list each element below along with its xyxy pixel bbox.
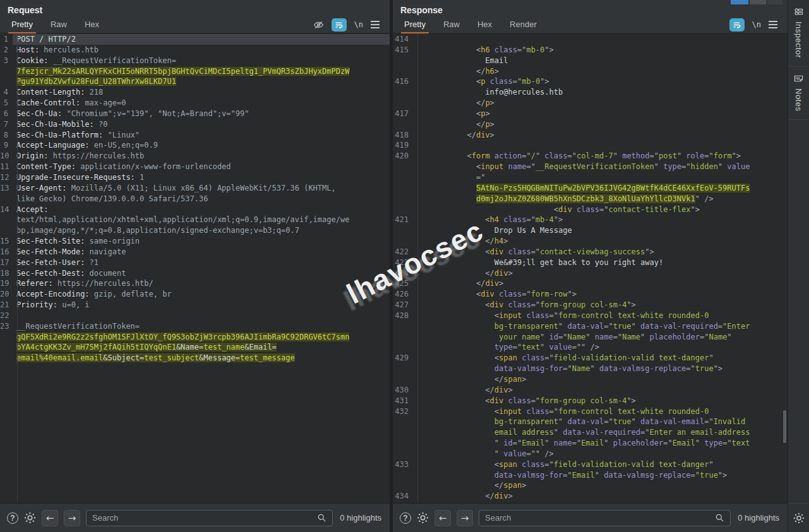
- code-text: </div>: [413, 130, 788, 141]
- line-number: 430: [393, 385, 413, 396]
- line-number: 424: [393, 268, 413, 279]
- code-text: bp,image/apng,*/*;q=0.8,application/sign…: [13, 225, 390, 236]
- line-number: 433: [393, 459, 413, 470]
- code-row: 5Cache-Control: max-age=0: [0, 98, 390, 109]
- search-icon: [317, 513, 327, 523]
- line-number: [0, 342, 13, 353]
- code-text: </div>: [413, 491, 788, 502]
- code-row: bYA4ctgKK3Zv_mH7SMj2fAQih5tIQYqQnE1&Name…: [0, 342, 390, 353]
- settings-gear-icon[interactable]: [793, 512, 805, 524]
- line-number: 23: [0, 321, 13, 332]
- line-number: 418: [393, 130, 413, 141]
- request-search-input[interactable]: [92, 513, 313, 523]
- code-row: 429 <span class="field-validation-valid …: [393, 353, 788, 364]
- code-row: 434 </div>: [393, 491, 788, 502]
- code-row: 11Content-Type: application/x-www-form-u…: [0, 162, 390, 172]
- line-number: [393, 87, 413, 98]
- code-row: bg-transparent" data-val="true" data-val…: [393, 417, 788, 427]
- editor-menu-icon[interactable]: [371, 21, 380, 28]
- request-tab-hex[interactable]: Hex: [76, 16, 108, 33]
- code-row: 10Origin: https://hercules.htb: [0, 151, 390, 162]
- code-text: like Gecko) Chrome/139.0.0.0 Safari/537.…: [13, 194, 390, 204]
- right-sidebar: Inspector Notes: [788, 0, 809, 532]
- show-newlines-icon[interactable]: \n: [752, 20, 761, 29]
- code-row: <input name="__RequestVerificationToken"…: [393, 162, 788, 172]
- request-tab-raw[interactable]: Raw: [42, 16, 76, 33]
- line-number: [0, 76, 13, 87]
- response-panel: Response Pretty Raw Hex Render \n: [393, 0, 788, 532]
- code-row: " id="Email" name="Email" placeholder="E…: [393, 438, 788, 449]
- response-scrollbar-thumb[interactable]: [783, 410, 786, 443]
- code-text: gQF5XdRi2e9RG2z2sfghOM1SFJlXtOY_fQ9S3obZ…: [13, 332, 390, 343]
- line-number: [393, 321, 413, 332]
- code-row: Email: [393, 56, 788, 66]
- code-row: 415 <h6 class="mb-0">: [393, 45, 788, 56]
- code-text: <div class="contact-title-flex">: [413, 204, 788, 215]
- code-row: bg-transparent" data-val="true" data-val…: [393, 321, 788, 332]
- sidebar-tab-notes[interactable]: Notes: [788, 67, 809, 119]
- line-number: 434: [393, 491, 413, 502]
- code-row: 16Sec-Fetch-Mode: navigate: [0, 247, 390, 257]
- line-number: 19: [0, 278, 13, 289]
- response-highlights-count: 0 highlights: [736, 513, 781, 523]
- line-number: [393, 236, 413, 247]
- response-code-area[interactable]: 414415 <h6 class="mb-0"> Email </h6>416 …: [393, 33, 788, 503]
- code-row: 421 <h4 class="mb-4">: [393, 215, 788, 225]
- editor-menu-icon[interactable]: [769, 21, 777, 28]
- request-tab-pretty[interactable]: Pretty: [3, 16, 42, 33]
- code-row: 8Sec-Ch-Ua-Platform: "Linux": [0, 130, 390, 141]
- search-icon: [715, 513, 724, 523]
- code-text: </p>: [413, 119, 788, 130]
- response-tab-hex[interactable]: Hex: [469, 16, 501, 33]
- help-icon[interactable]: ?: [400, 512, 411, 524]
- code-text: </h4>: [413, 236, 788, 247]
- line-number: 15: [0, 236, 13, 247]
- help-icon[interactable]: ?: [7, 512, 18, 524]
- code-row: Pgu91YdbZVwfu28Fud_U28TWhrXw8LKD7U1: [0, 76, 390, 87]
- word-wrap-toggle[interactable]: [729, 18, 745, 32]
- response-tab-render[interactable]: Render: [501, 16, 546, 33]
- request-tab-bar: Pretty Raw Hex: [0, 16, 390, 33]
- word-wrap-toggle[interactable]: [332, 18, 347, 32]
- response-tab-raw[interactable]: Raw: [434, 16, 469, 33]
- code-text: </p>: [413, 98, 788, 109]
- code-text: </span>: [413, 480, 788, 491]
- code-text: Accept-Encoding: gzip, deflate, br: [13, 289, 390, 300]
- search-prev-button[interactable]: ←: [434, 510, 451, 526]
- code-row: 433 <span class="field-validation-valid …: [393, 459, 788, 470]
- code-text: " value="" />: [413, 449, 788, 459]
- code-row: " value="" />: [393, 449, 788, 459]
- line-number: 20: [0, 289, 13, 300]
- code-text: <h6 class="mb-0">: [413, 45, 788, 56]
- sidebar-tab-inspector[interactable]: Inspector: [788, 0, 809, 66]
- code-row: text/html,application/xhtml+xml,applicat…: [0, 215, 390, 225]
- code-row: 23__RequestVerificationToken=: [0, 321, 390, 332]
- code-row: </span>: [393, 480, 788, 491]
- line-number: [0, 332, 13, 343]
- search-settings-gear-icon[interactable]: [24, 512, 36, 524]
- search-settings-gear-icon[interactable]: [417, 512, 429, 524]
- code-row: </h4>: [393, 236, 788, 247]
- code-row: 420 <form action="/" class="col-md-7" me…: [393, 151, 788, 162]
- search-prev-button[interactable]: ←: [42, 510, 58, 526]
- hide-headers-eye-icon[interactable]: [313, 20, 324, 30]
- line-number: 419: [393, 140, 413, 151]
- response-search-input[interactable]: [485, 513, 711, 523]
- line-number: 415: [393, 45, 413, 56]
- code-row: data-valmsg-for="Name" data-valmsg-repla…: [393, 364, 788, 374]
- code-row: 416 <p class="mb-0">: [393, 76, 788, 87]
- show-newlines-icon[interactable]: \n: [354, 20, 363, 29]
- line-number: 22: [0, 310, 13, 321]
- line-number: [393, 438, 413, 449]
- code-text: <p class="mb-0">: [413, 76, 788, 87]
- code-row: 6Sec-Ch-Ua: "Chromium";v="139", "Not;A=B…: [0, 109, 390, 119]
- response-tab-pretty[interactable]: Pretty: [395, 16, 434, 33]
- search-next-button[interactable]: →: [457, 510, 473, 526]
- line-number: [393, 427, 413, 438]
- request-code-area[interactable]: 1POST / HTTP/22Host: hercules.htb3Cookie…: [0, 33, 390, 503]
- code-row: 9Accept-Language: en-US,en;q=0.9: [0, 140, 390, 151]
- line-number: [393, 183, 413, 194]
- search-next-button[interactable]: →: [64, 510, 80, 526]
- code-row: 21Priority: u=0, i: [0, 300, 390, 310]
- line-number: 428: [393, 310, 413, 321]
